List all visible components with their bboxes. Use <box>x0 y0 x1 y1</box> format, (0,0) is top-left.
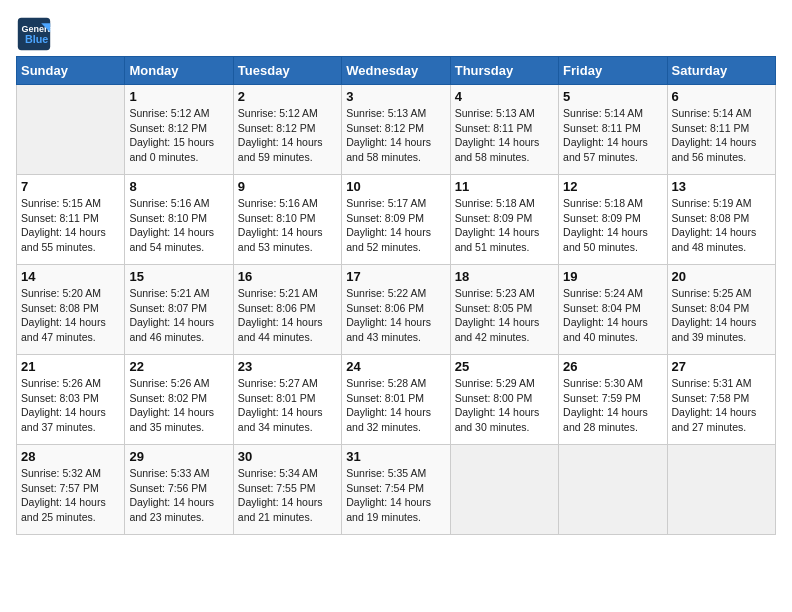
calendar-cell: 30Sunrise: 5:34 AMSunset: 7:55 PMDayligh… <box>233 445 341 535</box>
calendar-cell: 25Sunrise: 5:29 AMSunset: 8:00 PMDayligh… <box>450 355 558 445</box>
day-number: 31 <box>346 449 445 464</box>
logo: General Blue <box>16 16 56 52</box>
day-info: Sunrise: 5:35 AMSunset: 7:54 PMDaylight:… <box>346 466 445 525</box>
day-info: Sunrise: 5:12 AMSunset: 8:12 PMDaylight:… <box>129 106 228 165</box>
calendar-cell: 3Sunrise: 5:13 AMSunset: 8:12 PMDaylight… <box>342 85 450 175</box>
calendar-cell <box>17 85 125 175</box>
col-header-wednesday: Wednesday <box>342 57 450 85</box>
calendar-cell: 28Sunrise: 5:32 AMSunset: 7:57 PMDayligh… <box>17 445 125 535</box>
day-info: Sunrise: 5:14 AMSunset: 8:11 PMDaylight:… <box>672 106 771 165</box>
calendar-cell: 20Sunrise: 5:25 AMSunset: 8:04 PMDayligh… <box>667 265 775 355</box>
calendar-cell: 27Sunrise: 5:31 AMSunset: 7:58 PMDayligh… <box>667 355 775 445</box>
day-info: Sunrise: 5:33 AMSunset: 7:56 PMDaylight:… <box>129 466 228 525</box>
day-info: Sunrise: 5:18 AMSunset: 8:09 PMDaylight:… <box>563 196 662 255</box>
calendar-cell: 13Sunrise: 5:19 AMSunset: 8:08 PMDayligh… <box>667 175 775 265</box>
page-header: General Blue <box>16 16 776 52</box>
day-number: 1 <box>129 89 228 104</box>
day-number: 26 <box>563 359 662 374</box>
day-number: 29 <box>129 449 228 464</box>
day-info: Sunrise: 5:30 AMSunset: 7:59 PMDaylight:… <box>563 376 662 435</box>
col-header-sunday: Sunday <box>17 57 125 85</box>
day-info: Sunrise: 5:21 AMSunset: 8:07 PMDaylight:… <box>129 286 228 345</box>
calendar-cell: 16Sunrise: 5:21 AMSunset: 8:06 PMDayligh… <box>233 265 341 355</box>
day-number: 27 <box>672 359 771 374</box>
day-info: Sunrise: 5:13 AMSunset: 8:11 PMDaylight:… <box>455 106 554 165</box>
calendar-cell: 21Sunrise: 5:26 AMSunset: 8:03 PMDayligh… <box>17 355 125 445</box>
day-info: Sunrise: 5:26 AMSunset: 8:03 PMDaylight:… <box>21 376 120 435</box>
day-info: Sunrise: 5:16 AMSunset: 8:10 PMDaylight:… <box>238 196 337 255</box>
day-number: 30 <box>238 449 337 464</box>
day-number: 18 <box>455 269 554 284</box>
day-info: Sunrise: 5:25 AMSunset: 8:04 PMDaylight:… <box>672 286 771 345</box>
calendar-cell <box>667 445 775 535</box>
calendar-cell: 8Sunrise: 5:16 AMSunset: 8:10 PMDaylight… <box>125 175 233 265</box>
day-number: 22 <box>129 359 228 374</box>
day-number: 20 <box>672 269 771 284</box>
calendar-cell: 14Sunrise: 5:20 AMSunset: 8:08 PMDayligh… <box>17 265 125 355</box>
day-info: Sunrise: 5:14 AMSunset: 8:11 PMDaylight:… <box>563 106 662 165</box>
day-info: Sunrise: 5:16 AMSunset: 8:10 PMDaylight:… <box>129 196 228 255</box>
calendar-cell: 10Sunrise: 5:17 AMSunset: 8:09 PMDayligh… <box>342 175 450 265</box>
calendar-cell: 24Sunrise: 5:28 AMSunset: 8:01 PMDayligh… <box>342 355 450 445</box>
calendar-cell: 9Sunrise: 5:16 AMSunset: 8:10 PMDaylight… <box>233 175 341 265</box>
calendar-cell: 12Sunrise: 5:18 AMSunset: 8:09 PMDayligh… <box>559 175 667 265</box>
day-info: Sunrise: 5:26 AMSunset: 8:02 PMDaylight:… <box>129 376 228 435</box>
day-info: Sunrise: 5:29 AMSunset: 8:00 PMDaylight:… <box>455 376 554 435</box>
day-number: 14 <box>21 269 120 284</box>
day-info: Sunrise: 5:21 AMSunset: 8:06 PMDaylight:… <box>238 286 337 345</box>
day-number: 12 <box>563 179 662 194</box>
day-info: Sunrise: 5:24 AMSunset: 8:04 PMDaylight:… <box>563 286 662 345</box>
day-number: 16 <box>238 269 337 284</box>
calendar-cell: 5Sunrise: 5:14 AMSunset: 8:11 PMDaylight… <box>559 85 667 175</box>
calendar-week-4: 28Sunrise: 5:32 AMSunset: 7:57 PMDayligh… <box>17 445 776 535</box>
calendar-cell: 15Sunrise: 5:21 AMSunset: 8:07 PMDayligh… <box>125 265 233 355</box>
day-number: 17 <box>346 269 445 284</box>
calendar-table: SundayMondayTuesdayWednesdayThursdayFrid… <box>16 56 776 535</box>
day-number: 6 <box>672 89 771 104</box>
day-info: Sunrise: 5:13 AMSunset: 8:12 PMDaylight:… <box>346 106 445 165</box>
day-number: 24 <box>346 359 445 374</box>
calendar-cell: 6Sunrise: 5:14 AMSunset: 8:11 PMDaylight… <box>667 85 775 175</box>
day-info: Sunrise: 5:31 AMSunset: 7:58 PMDaylight:… <box>672 376 771 435</box>
calendar-cell: 17Sunrise: 5:22 AMSunset: 8:06 PMDayligh… <box>342 265 450 355</box>
col-header-saturday: Saturday <box>667 57 775 85</box>
day-number: 8 <box>129 179 228 194</box>
day-number: 21 <box>21 359 120 374</box>
calendar-cell: 22Sunrise: 5:26 AMSunset: 8:02 PMDayligh… <box>125 355 233 445</box>
day-info: Sunrise: 5:19 AMSunset: 8:08 PMDaylight:… <box>672 196 771 255</box>
day-number: 7 <box>21 179 120 194</box>
calendar-cell: 19Sunrise: 5:24 AMSunset: 8:04 PMDayligh… <box>559 265 667 355</box>
day-number: 23 <box>238 359 337 374</box>
day-info: Sunrise: 5:12 AMSunset: 8:12 PMDaylight:… <box>238 106 337 165</box>
calendar-cell: 31Sunrise: 5:35 AMSunset: 7:54 PMDayligh… <box>342 445 450 535</box>
day-info: Sunrise: 5:20 AMSunset: 8:08 PMDaylight:… <box>21 286 120 345</box>
svg-text:Blue: Blue <box>25 33 48 45</box>
day-number: 2 <box>238 89 337 104</box>
calendar-week-2: 14Sunrise: 5:20 AMSunset: 8:08 PMDayligh… <box>17 265 776 355</box>
calendar-cell: 7Sunrise: 5:15 AMSunset: 8:11 PMDaylight… <box>17 175 125 265</box>
day-number: 4 <box>455 89 554 104</box>
col-header-monday: Monday <box>125 57 233 85</box>
calendar-header-row: SundayMondayTuesdayWednesdayThursdayFrid… <box>17 57 776 85</box>
day-info: Sunrise: 5:23 AMSunset: 8:05 PMDaylight:… <box>455 286 554 345</box>
calendar-cell: 11Sunrise: 5:18 AMSunset: 8:09 PMDayligh… <box>450 175 558 265</box>
day-info: Sunrise: 5:17 AMSunset: 8:09 PMDaylight:… <box>346 196 445 255</box>
col-header-tuesday: Tuesday <box>233 57 341 85</box>
day-info: Sunrise: 5:32 AMSunset: 7:57 PMDaylight:… <box>21 466 120 525</box>
calendar-week-3: 21Sunrise: 5:26 AMSunset: 8:03 PMDayligh… <box>17 355 776 445</box>
col-header-thursday: Thursday <box>450 57 558 85</box>
calendar-cell: 1Sunrise: 5:12 AMSunset: 8:12 PMDaylight… <box>125 85 233 175</box>
calendar-cell <box>559 445 667 535</box>
calendar-cell: 29Sunrise: 5:33 AMSunset: 7:56 PMDayligh… <box>125 445 233 535</box>
day-info: Sunrise: 5:34 AMSunset: 7:55 PMDaylight:… <box>238 466 337 525</box>
day-info: Sunrise: 5:18 AMSunset: 8:09 PMDaylight:… <box>455 196 554 255</box>
col-header-friday: Friday <box>559 57 667 85</box>
day-number: 15 <box>129 269 228 284</box>
day-info: Sunrise: 5:28 AMSunset: 8:01 PMDaylight:… <box>346 376 445 435</box>
logo-icon: General Blue <box>16 16 52 52</box>
day-number: 3 <box>346 89 445 104</box>
day-number: 9 <box>238 179 337 194</box>
day-number: 5 <box>563 89 662 104</box>
calendar-cell: 23Sunrise: 5:27 AMSunset: 8:01 PMDayligh… <box>233 355 341 445</box>
calendar-cell: 4Sunrise: 5:13 AMSunset: 8:11 PMDaylight… <box>450 85 558 175</box>
